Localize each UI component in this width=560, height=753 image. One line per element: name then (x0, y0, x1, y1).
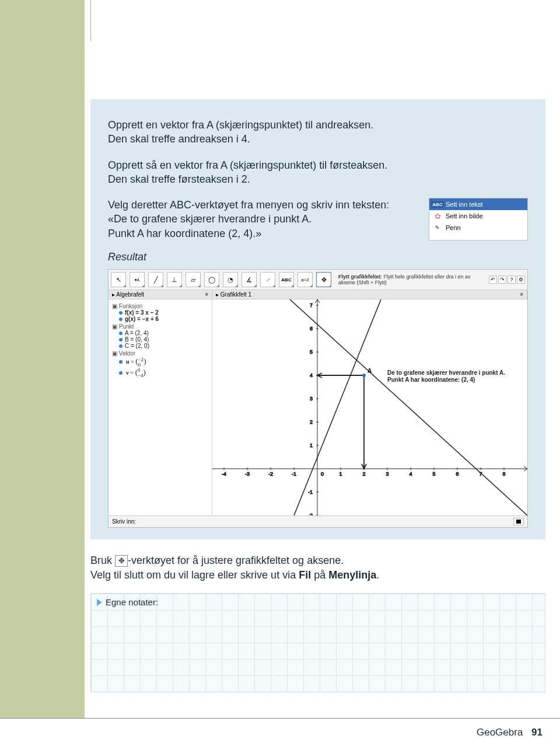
svg-text:-2: -2 (308, 513, 313, 515)
tool-line[interactable]: ╱ (148, 272, 163, 287)
abc-icon: ABC (433, 200, 442, 208)
input-label: Skriv inn: (112, 518, 136, 525)
toolbar-tip: Flytt grafikkfeltet: Flytt hele grafikkf… (335, 274, 485, 286)
svg-text:-1: -1 (292, 471, 296, 477)
tool-pointer[interactable]: ↖ (111, 272, 126, 287)
svg-line-45 (294, 299, 383, 515)
page-left-band (0, 0, 85, 718)
menu-label: Penn (446, 224, 461, 231)
menu-item-pen[interactable]: ✎ Penn (429, 222, 527, 233)
graphics-title: Grafikkfelt 1 (220, 291, 251, 298)
algebra-panel: ▣ Funksjon f(x) = 3 x − 2 g(x) = −x + 6 … (108, 299, 212, 515)
svg-text:1: 1 (310, 442, 313, 448)
tool-angle[interactable]: ∡ (242, 272, 257, 287)
tool-ellipse[interactable]: ◔ (223, 272, 238, 287)
tool-circle[interactable]: ◯ (204, 272, 219, 287)
svg-text:5: 5 (310, 349, 313, 355)
graphics-panel-title: ▸ Grafikkfelt 1 × (212, 290, 527, 299)
settings-icon[interactable]: ⚙ (517, 276, 525, 284)
geogebra-input-bar[interactable]: Skriv inn: ⯀ (108, 515, 527, 527)
tool-perp[interactable]: ⊥ (167, 272, 182, 287)
paragraph-3: Velg deretter ABC-verktøyet fra menyen o… (108, 198, 417, 240)
notes-label: Egne notater: (106, 597, 158, 607)
svg-text:2: 2 (310, 419, 313, 425)
ann-line1: De to grafene skjærer hverandre i punkt … (387, 369, 505, 376)
ann-line2: Punkt A har koordinatene: (2, 4) (387, 376, 475, 383)
image-icon: ✿ (433, 212, 442, 220)
tool-text[interactable]: ABC (279, 272, 294, 287)
text: Bruk (90, 555, 115, 566)
triangle-icon (97, 599, 102, 606)
svg-line-46 (271, 299, 527, 515)
text-bold: Fil (299, 569, 311, 581)
algebra-title: Algebrafelt (116, 291, 144, 298)
text: -verktøyet for å justere grafikkfeltet o… (128, 555, 344, 566)
svg-text:A: A (368, 368, 372, 374)
menu-item-image[interactable]: ✿ Sett inn bilde (429, 210, 527, 222)
alg-item[interactable]: g(x) = −x + 6 (112, 316, 208, 322)
alg-item[interactable]: v = (0−4) (112, 368, 208, 379)
main-content: Opprett en vektor fra A (skjæringspunkte… (90, 99, 545, 692)
svg-text:6: 6 (456, 471, 459, 477)
alg-item[interactable]: u = (−20) (112, 357, 208, 368)
close-icon[interactable]: × (205, 291, 208, 298)
algebra-panel-title: ▸ Algebrafelt × (108, 290, 212, 299)
alg-category: ▣ Vektor (112, 350, 208, 357)
notes-heading: Egne notater: (97, 597, 539, 607)
text: Opprett en vektor fra A (skjæringspunkte… (108, 119, 373, 131)
tool-polygon[interactable]: ▱ (186, 272, 201, 287)
text: Velg til slutt om du vil lagre eller skr… (90, 569, 299, 581)
svg-text:-2: -2 (268, 471, 273, 477)
chart-svg: -4 -3 -2 -1 0 1 2 3 4 5 6 7 8 (212, 299, 527, 515)
svg-text:0: 0 (321, 471, 324, 477)
svg-text:3: 3 (386, 471, 388, 477)
bottom-divider (0, 718, 560, 719)
alg-category: ▣ Punkt (112, 323, 208, 330)
text: Den skal treffe førsteaksen i 2. (108, 173, 250, 185)
menu-item-text[interactable]: ABC Sett inn tekst (429, 198, 527, 210)
input-help-icon[interactable]: ⯀ (513, 518, 524, 525)
chart-annotation: De to grafene skjærer hverandre i punkt … (387, 369, 505, 384)
geogebra-window: ↖ •A ╱ ⊥ ▱ ◯ ◔ ∡ ⟋ ABC a=2 ✥ Flytt grafi… (108, 269, 528, 528)
alg-item[interactable]: B = (0, 4) (112, 336, 208, 343)
undo-icon[interactable]: ↶ (489, 276, 497, 284)
svg-text:2: 2 (362, 471, 365, 477)
tip-bold: Flytt grafikkfeltet (338, 274, 381, 280)
svg-text:6: 6 (310, 326, 313, 332)
pen-icon: ✎ (433, 224, 442, 232)
page-number: 91 (531, 727, 542, 738)
tool-slider[interactable]: a=2 (298, 272, 313, 287)
move-graphics-icon: ✥ (115, 555, 128, 567)
tool-point[interactable]: •A (130, 272, 145, 287)
alg-item[interactable]: A = (2, 4) (112, 330, 208, 336)
text: Opprett så en vektor fra A (skjæringspun… (108, 159, 387, 171)
text: på (311, 569, 328, 581)
alg-item[interactable]: f(x) = 3 x − 2 (112, 309, 208, 316)
svg-text:5: 5 (432, 471, 435, 477)
svg-text:3: 3 (310, 396, 313, 402)
svg-text:1: 1 (339, 471, 342, 477)
help-icon[interactable]: ? (508, 276, 516, 284)
text: Velg deretter ABC-verktøyet fra menyen o… (108, 199, 389, 211)
result-heading: Resultat (108, 251, 528, 263)
svg-text:4: 4 (409, 471, 412, 477)
redo-icon[interactable]: ↷ (498, 276, 506, 284)
svg-text:7: 7 (310, 302, 313, 308)
svg-text:-4: -4 (222, 471, 226, 477)
graphics-panel[interactable]: -4 -3 -2 -1 0 1 2 3 4 5 6 7 8 (212, 299, 527, 515)
page-footer: GeoGebra 91 (477, 727, 542, 738)
alg-category: ▣ Funksjon (112, 303, 208, 309)
svg-point-49 (362, 374, 366, 377)
after-instructions: Bruk ✥-verktøyet for å justere grafikkfe… (90, 553, 545, 583)
abc-tool-menu: ABC Sett inn tekst ✿ Sett inn bilde ✎ Pe… (429, 198, 528, 240)
notes-grid: Egne notater: (90, 593, 545, 692)
close-icon[interactable]: × (520, 291, 523, 298)
paragraph-1: Opprett en vektor fra A (skjæringspunkte… (108, 118, 528, 147)
paragraph-2: Opprett så en vektor fra A (skjæringspun… (108, 158, 528, 187)
alg-item[interactable]: C = (2, 0) (112, 343, 208, 349)
svg-text:-3: -3 (245, 471, 250, 477)
text-bold: Menylinja (328, 569, 376, 581)
tool-move-graphics[interactable]: ✥ (316, 272, 331, 287)
tool-reflect[interactable]: ⟋ (260, 272, 275, 287)
menu-label: Sett inn tekst (446, 201, 483, 208)
